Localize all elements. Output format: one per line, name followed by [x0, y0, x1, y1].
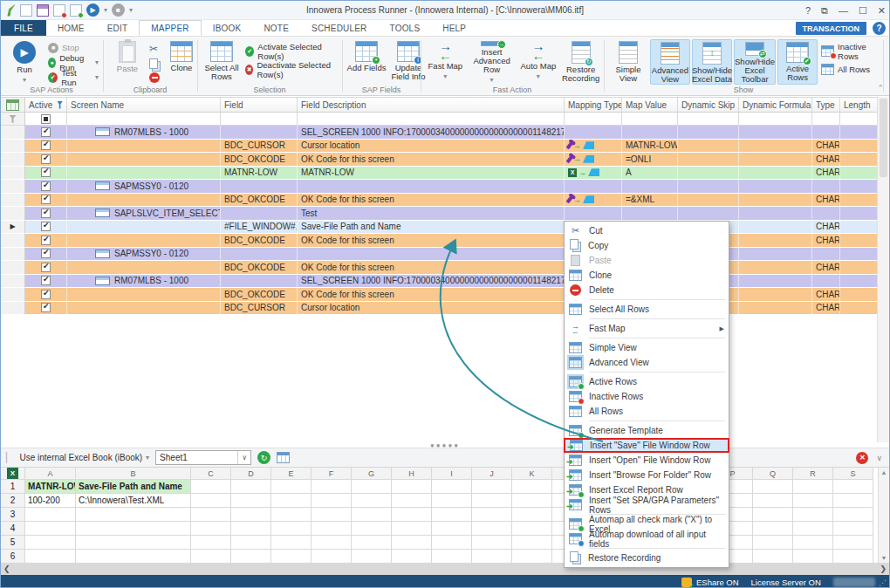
- excel-cell[interactable]: [512, 508, 552, 522]
- excel-col-header[interactable]: C: [191, 468, 231, 480]
- excel-cell[interactable]: [512, 494, 552, 508]
- excel-cell[interactable]: [472, 536, 512, 550]
- excel-col-header[interactable]: J: [472, 468, 512, 480]
- excel-cell[interactable]: [271, 480, 312, 494]
- grid-row[interactable]: ▶#FILE_WINDOW#,2Save-File Path and NameC…: [1, 221, 879, 235]
- active-cell[interactable]: [25, 140, 67, 154]
- excel-col-header[interactable]: D: [231, 468, 271, 480]
- collapse-ribbon-icon[interactable]: ⌃: [877, 84, 884, 92]
- show-hide-excel-data-button[interactable]: ↕ Show/Hide Excel Data: [692, 39, 732, 85]
- excel-cell[interactable]: [25, 508, 76, 522]
- menu-item[interactable]: Automap download of all input fields: [565, 531, 729, 546]
- grid-row[interactable]: MATNR-LOWMATNR-LOWX→ACHAR: [1, 167, 879, 181]
- active-checkbox[interactable]: [41, 195, 51, 204]
- menu-item[interactable]: Copy: [565, 238, 729, 253]
- menu-item[interactable]: Restore Recording: [565, 550, 729, 565]
- active-cell[interactable]: [25, 194, 67, 208]
- field-description-cell[interactable]: SEL_SCREEN 1000 INFO:1700003400000000000…: [298, 126, 565, 140]
- excel-cell[interactable]: [432, 494, 472, 508]
- excel-cell[interactable]: [271, 508, 312, 522]
- grid-row[interactable]: BDC_OKCODEOK Code for this screenCHAR: [1, 288, 879, 302]
- screen-name-cell[interactable]: [67, 194, 221, 208]
- active-checkbox[interactable]: [41, 168, 51, 177]
- excel-cell[interactable]: [312, 494, 352, 508]
- excel-cell[interactable]: [191, 550, 231, 563]
- excel-cell[interactable]: [191, 522, 231, 536]
- minimize-icon[interactable]: —: [839, 5, 848, 16]
- grid-row[interactable]: BDC_CURSORCursor locationCHAR: [1, 302, 879, 316]
- excel-cell[interactable]: [512, 522, 552, 536]
- scroll-right-icon[interactable]: ❯: [880, 564, 887, 573]
- menu-item[interactable]: ➜Insert "Set SPA/GPA Parameters" Rows: [565, 497, 729, 512]
- excel-cell[interactable]: [312, 550, 352, 563]
- dynamic-skip-cell[interactable]: [678, 140, 739, 154]
- active-cell[interactable]: [25, 288, 67, 302]
- dynamic-formula-cell[interactable]: [739, 275, 812, 289]
- excel-cell[interactable]: [271, 550, 312, 563]
- excel-cell[interactable]: [231, 522, 271, 536]
- screen-name-cell[interactable]: [67, 140, 221, 154]
- screen-name-cell[interactable]: [67, 302, 221, 316]
- field-cell[interactable]: [221, 126, 298, 140]
- show-hide-excel-toolbar-button[interactable]: ⇄ Show/Hide Excel Toolbar: [734, 39, 776, 85]
- restore-recording-button[interactable]: ↻ Restore Recording: [560, 39, 601, 85]
- active-checkbox[interactable]: [41, 249, 51, 258]
- excel-cell[interactable]: [352, 494, 392, 508]
- maximize-icon[interactable]: ☐: [859, 5, 867, 17]
- dynamic-formula-cell[interactable]: [739, 302, 812, 316]
- excel-cell[interactable]: [25, 550, 76, 563]
- activate-selected-button[interactable]: ✔Activate Selected Row(s): [243, 44, 339, 58]
- sheet-dropdown-icon[interactable]: ∨: [237, 451, 250, 464]
- help-circle-icon[interactable]: ?: [873, 22, 886, 35]
- tab-edit[interactable]: EDIT: [96, 20, 140, 36]
- dynamic-formula-cell[interactable]: [739, 248, 812, 262]
- excel-cell[interactable]: [191, 494, 231, 508]
- excel-cell[interactable]: [271, 536, 312, 550]
- float-window-icon[interactable]: ⧉: [821, 5, 828, 17]
- field-description-cell[interactable]: MATNR-LOW: [298, 167, 565, 181]
- validate-file-icon[interactable]: [70, 4, 82, 17]
- sync-excel-icon[interactable]: ↻: [257, 451, 270, 464]
- active-checkbox[interactable]: [41, 276, 51, 285]
- active-cell[interactable]: [25, 180, 67, 194]
- mapping-type-cell[interactable]: [565, 180, 622, 194]
- excel-cell[interactable]: [432, 508, 472, 522]
- excel-col-header[interactable]: G: [352, 468, 392, 480]
- screen-name-cell[interactable]: SAPLSLVC_ITEM_SELECTION - 0500: [67, 207, 221, 221]
- excel-cell[interactable]: [392, 550, 432, 563]
- grid-row[interactable]: BDC_OKCODEOK Code for this screenCHAR: [1, 234, 879, 248]
- field-cell[interactable]: [221, 248, 298, 262]
- screen-name-cell[interactable]: [67, 153, 221, 167]
- col-length[interactable]: Length: [840, 98, 879, 113]
- excel-cell[interactable]: [753, 522, 793, 536]
- grid-row[interactable]: BDC_OKCODEOK Code for this screen→=&XMLC…: [1, 194, 879, 208]
- dynamic-skip-cell[interactable]: [678, 194, 739, 208]
- excel-cell[interactable]: [312, 480, 352, 494]
- menu-item[interactable]: All Rows: [565, 404, 729, 419]
- active-cell[interactable]: [25, 275, 67, 289]
- excel-cell[interactable]: [271, 494, 312, 508]
- field-cell[interactable]: BDC_CURSOR: [221, 302, 298, 316]
- excel-cell[interactable]: [753, 508, 793, 522]
- col-field-description[interactable]: Field Description: [298, 98, 565, 113]
- excel-cell[interactable]: [793, 494, 833, 508]
- grid-row[interactable]: BDC_CURSORCursor location→MATNR-LOWCHAR: [1, 140, 879, 154]
- excel-col-header[interactable]: F: [312, 468, 352, 480]
- dynamic-formula-cell[interactable]: [739, 126, 812, 140]
- excel-col-header[interactable]: S: [833, 468, 873, 480]
- menu-item[interactable]: Inactive Rows: [565, 389, 729, 404]
- stop-dropdown-caret-icon[interactable]: ▾: [129, 6, 133, 14]
- excel-cell[interactable]: [231, 480, 271, 494]
- dynamic-formula-cell[interactable]: [739, 288, 812, 302]
- dynamic-formula-cell[interactable]: [739, 194, 812, 208]
- menu-item[interactable]: Advanced View: [565, 355, 729, 370]
- fast-map-button[interactable]: →← Fast Map▾: [425, 39, 466, 85]
- excel-vertical-scrollbar[interactable]: ▲▼: [878, 468, 889, 563]
- excel-cell[interactable]: [231, 550, 271, 563]
- delete-icon[interactable]: [149, 72, 160, 83]
- inactive-rows-button[interactable]: Inactive Rows: [819, 44, 880, 58]
- grid-row[interactable]: BDC_OKCODEOK Code for this screenCHAR: [1, 261, 879, 275]
- active-checkbox[interactable]: [41, 263, 51, 272]
- dynamic-skip-cell[interactable]: [678, 207, 739, 221]
- excel-cell[interactable]: [432, 522, 472, 536]
